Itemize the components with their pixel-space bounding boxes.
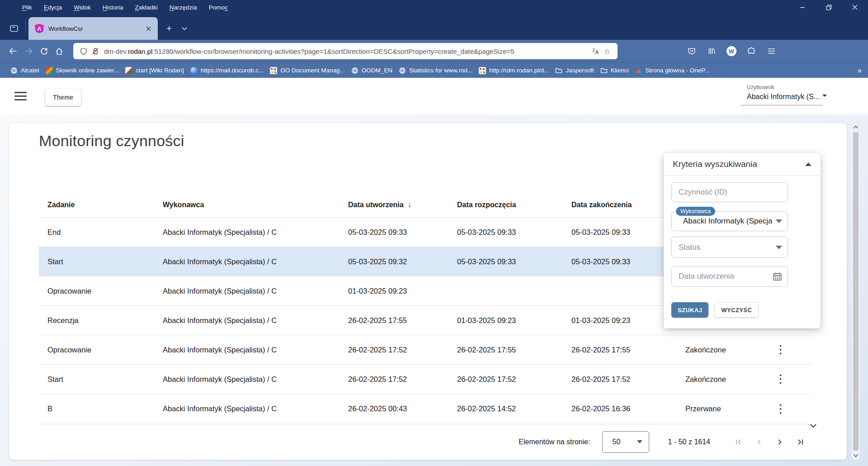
bookmark-docurob[interactable]: https://mail.docurob.c...	[187, 65, 267, 76]
panel-title: Kryteria wyszukiwania	[673, 159, 805, 169]
colorful-icon	[46, 67, 53, 74]
bookmarks-bar: Alcatel Słownik online zawier... start […	[0, 62, 868, 78]
tab-workflowcsr[interactable]: A WorkflowCsr	[28, 17, 158, 40]
theme-button[interactable]: Theme	[45, 89, 81, 106]
home-button[interactable]	[52, 43, 67, 59]
browser-menubar: Plik Edycja Widok Historia Zakładki Narz…	[16, 2, 234, 13]
row-menu-kebab-icon[interactable]	[775, 402, 786, 416]
menu-pomoc[interactable]: Pomoc	[203, 2, 234, 13]
menu-narzedzia[interactable]: Narzędzia	[164, 2, 203, 13]
bookmark-star-icon[interactable]: ☆	[601, 45, 613, 57]
svg-text:A: A	[595, 50, 599, 55]
tab-close-button[interactable]	[143, 24, 153, 33]
url-bar[interactable]: dm-dev.rodan.pl:51280/workflow-csr/brows…	[73, 43, 618, 59]
app-menu-icon[interactable]	[764, 44, 778, 58]
col-header-started[interactable]: Data rozpoczęcia	[448, 201, 563, 209]
search-criteria-panel: Kryteria wyszukiwania Czynność (ID) Wyko…	[664, 153, 821, 328]
menu-historia[interactable]: Historia	[97, 2, 129, 13]
scrollbar-down-icon[interactable]	[853, 452, 859, 460]
app-menu-hamburger-icon[interactable]	[14, 90, 27, 101]
dots-icon	[479, 67, 486, 74]
items-per-page-select[interactable]: 50	[602, 431, 649, 453]
table-scroll-down-icon[interactable]	[810, 422, 817, 430]
bookmark-wiki-rodan[interactable]: start [Wiki Rodan]	[122, 65, 187, 76]
panel-header[interactable]: Kryteria wyszukiwania	[664, 153, 821, 176]
menu-edycja[interactable]: Edycja	[38, 2, 68, 13]
chevron-down-icon	[637, 440, 642, 443]
restore-icon	[826, 5, 832, 10]
page-range-label: 1 - 50 z 1614	[668, 438, 710, 446]
user-select-label: Użytkownik	[747, 84, 823, 90]
bookmark-folder-jaspersoft[interactable]: Jaspersoft	[552, 65, 597, 76]
angular-favicon: A	[35, 24, 44, 33]
folder-icon	[555, 67, 562, 74]
next-page-button[interactable]	[774, 436, 786, 448]
first-page-button[interactable]	[732, 436, 745, 448]
close-icon	[852, 5, 858, 10]
globe-icon	[351, 67, 359, 74]
translate-icon[interactable]: 文A	[590, 45, 601, 57]
chevron-down-icon	[822, 95, 827, 97]
triangle-icon	[635, 67, 642, 74]
search-button[interactable]: SZUKAJ	[671, 302, 708, 318]
col-header-task[interactable]: Zadanie	[39, 201, 154, 209]
minimize-button[interactable]	[789, 0, 816, 14]
bookmark-slownik[interactable]: Słownik online zawier...	[42, 65, 123, 76]
folder-icon	[600, 67, 608, 74]
reload-icon	[40, 48, 48, 55]
insecure-lock-icon[interactable]	[90, 45, 101, 57]
globe-icon	[10, 67, 18, 74]
bookmark-statistics[interactable]: Statistics for www.rod...	[396, 65, 476, 76]
calendar-icon[interactable]	[773, 272, 782, 281]
list-all-tabs-button[interactable]	[177, 21, 192, 36]
bookmark-onepager[interactable]: Strona główna - OneP...	[632, 65, 712, 76]
status-cell: Zakończone	[677, 375, 764, 384]
chevron-down-icon	[776, 219, 782, 223]
clear-button[interactable]: WYCZYŚĆ	[714, 302, 759, 318]
w-extension-icon[interactable]: W	[724, 44, 739, 58]
forward-icon	[24, 48, 33, 55]
firefox-view-button[interactable]	[6, 21, 22, 36]
activity-id-input[interactable]: Czynność (ID)	[671, 182, 788, 202]
shield-icon[interactable]	[78, 45, 90, 57]
row-menu-kebab-icon[interactable]	[775, 343, 786, 357]
browser-titlebar: Plik Edycja Widok Historia Zakładki Narz…	[0, 0, 868, 14]
create-date-input[interactable]: Data utworzenia	[671, 266, 788, 287]
menu-widok[interactable]: Widok	[68, 2, 97, 13]
new-tab-button[interactable]: +	[161, 21, 177, 36]
map-icon	[125, 67, 132, 74]
restore-button[interactable]	[816, 0, 842, 14]
close-button[interactable]	[842, 0, 868, 14]
extensions-puzzle-icon[interactable]	[744, 44, 759, 58]
scrollbar-up-icon[interactable]	[853, 123, 859, 131]
table-row[interactable]: Opracowanie Abacki Informatyk (Specjalis…	[39, 335, 811, 365]
user-select[interactable]: Użytkownik Abacki Informatyk (S...	[741, 84, 823, 105]
table-row[interactable]: B Abacki Informatyk (Specjalista) / C 26…	[39, 394, 811, 423]
page-scrollbar[interactable]	[852, 123, 860, 460]
back-button[interactable]	[5, 43, 21, 59]
executor-field-label: Wykonawca	[676, 207, 715, 216]
menu-plik[interactable]: Plik	[16, 2, 38, 13]
library-icon[interactable]	[704, 44, 719, 58]
executor-select[interactable]: Wykonawca Abacki Informatyk (Specja	[671, 211, 788, 231]
reload-button[interactable]	[36, 43, 52, 59]
last-page-button[interactable]	[794, 436, 807, 448]
scrollbar-thumb[interactable]	[853, 132, 859, 451]
col-header-executor[interactable]: Wykonawca	[154, 201, 340, 209]
bookmark-folder-klienci[interactable]: Klienci	[597, 65, 632, 76]
previous-page-button[interactable]	[753, 436, 765, 448]
bookmark-alcatel[interactable]: Alcatel	[7, 65, 42, 76]
collapse-panel-icon[interactable]	[805, 162, 811, 166]
bookmark-oodm-en[interactable]: OODM_EN	[348, 65, 396, 76]
status-select[interactable]: Status	[671, 237, 788, 258]
bookmark-rdm[interactable]: http://rdm.rodan.pl/d...	[476, 65, 552, 76]
forward-button[interactable]	[21, 43, 36, 59]
bookmarks-overflow-chevron[interactable]: »	[858, 66, 862, 75]
bookmark-oo-document[interactable]: OO Document Manag...	[267, 65, 348, 76]
pocket-icon[interactable]	[684, 44, 699, 58]
row-menu-kebab-icon[interactable]	[775, 372, 786, 386]
col-header-finished[interactable]: Data zakończenia	[563, 201, 677, 209]
table-row[interactable]: Start Abacki Informatyk (Specjalista) / …	[39, 365, 811, 394]
col-header-created[interactable]: Data utworzenia↓	[340, 200, 448, 209]
menu-zakladki[interactable]: Zakładki	[129, 2, 164, 13]
